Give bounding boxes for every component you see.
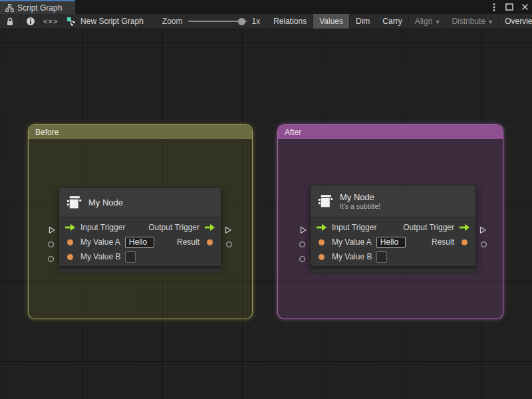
zoom-label: Zoom <box>162 17 183 26</box>
ext-input-trigger-port[interactable] <box>299 226 307 234</box>
node-after-footer <box>310 268 476 273</box>
value-b-label: My Value B <box>332 252 372 261</box>
output-trigger-label: Output Trigger <box>148 223 200 232</box>
lock-button[interactable] <box>0 14 21 29</box>
value-b-label: My Value B <box>80 252 120 261</box>
window-controls <box>489 0 529 14</box>
info-button[interactable] <box>21 14 41 29</box>
close-icon[interactable] <box>520 3 529 12</box>
output-trigger-label: Output Trigger <box>403 223 454 232</box>
dim-button[interactable]: Dim <box>350 14 376 29</box>
value-a-input[interactable] <box>376 237 406 248</box>
menu-kebab-icon[interactable] <box>489 3 499 12</box>
group-before-header[interactable]: Before <box>29 125 252 139</box>
value-b-port-icon[interactable] <box>67 254 73 260</box>
ext-output-trigger-port[interactable] <box>479 226 487 234</box>
ext-value-b-port[interactable] <box>48 256 54 262</box>
ext-value-a-port[interactable] <box>48 241 54 247</box>
graph-hierarchy-icon <box>5 4 14 12</box>
graph-name-label: New Script Graph <box>80 17 144 26</box>
ext-result-port[interactable] <box>226 241 232 247</box>
relations-button[interactable]: Relations <box>267 14 313 29</box>
value-a-label: My Value A <box>80 237 120 247</box>
group-after-header[interactable]: After <box>278 125 503 139</box>
overview-button[interactable]: Overview <box>499 14 532 29</box>
node-title: My Node <box>340 192 380 202</box>
zoom-value: 1x <box>252 17 261 26</box>
tab-bar: Script Graph <box>0 0 532 14</box>
zoom-control: Zoom 1x <box>150 14 267 29</box>
zoom-slider-knob[interactable] <box>238 18 245 25</box>
result-label: Result <box>432 237 454 247</box>
distribute-dropdown[interactable]: Distribute <box>446 14 499 29</box>
ext-output-trigger-port[interactable] <box>224 226 232 234</box>
ext-value-b-port[interactable] <box>299 256 305 262</box>
trigger-row: Input Trigger Output Trigger <box>59 220 221 235</box>
info-icon <box>26 17 35 26</box>
output-trigger-port-icon[interactable] <box>204 223 215 231</box>
ext-input-trigger-port[interactable] <box>48 226 56 234</box>
value-a-row: My Value A Result <box>59 235 221 249</box>
value-b-input[interactable] <box>125 251 136 263</box>
graph-canvas[interactable]: Before After <box>0 29 532 399</box>
node-title: My Node <box>88 198 123 207</box>
node-after[interactable]: My Node It's a subtitle! Input Trigger <box>310 185 476 267</box>
value-a-label: My Value A <box>332 237 372 247</box>
node-icon <box>66 194 82 211</box>
tab-title: Script Graph <box>17 3 62 13</box>
node-before-header[interactable]: My Node <box>59 188 221 217</box>
value-a-input[interactable] <box>125 237 154 248</box>
node-subtitle: It's a subtitle! <box>340 202 380 211</box>
result-port-icon[interactable] <box>207 239 213 245</box>
node-before-footer <box>59 268 221 273</box>
script-graph-asset-icon <box>66 17 76 27</box>
toolbar-right-buttons: Relations Values Dim Carry Align Distrib… <box>267 14 532 29</box>
result-port-icon[interactable] <box>462 239 467 245</box>
node-before-body: Input Trigger Output Trigger <box>59 217 221 266</box>
node-after-header[interactable]: My Node It's a subtitle! <box>311 186 475 217</box>
value-b-row: My Value B <box>59 249 221 264</box>
trigger-row: Input Trigger Output Trigger <box>311 220 475 235</box>
align-dropdown[interactable]: Align <box>409 14 446 29</box>
value-a-port-icon[interactable] <box>319 239 325 245</box>
input-trigger-port-icon[interactable] <box>316 223 327 231</box>
group-after-title: After <box>285 128 301 137</box>
script-graph-window: Script Graph <box>0 0 532 399</box>
ext-value-a-port[interactable] <box>299 241 305 247</box>
node-icon <box>317 193 334 209</box>
maximize-icon[interactable] <box>505 3 514 12</box>
value-a-port-icon[interactable] <box>67 239 73 245</box>
graph-name-button[interactable]: New Script Graph <box>61 14 150 29</box>
values-button[interactable]: Values <box>313 14 350 29</box>
zoom-slider[interactable] <box>188 17 247 25</box>
ext-result-port[interactable] <box>481 241 487 247</box>
value-a-row: My Value A Result <box>311 235 475 249</box>
graph-toolbar: <×> New Script Graph Zoom 1x Rela <box>0 14 532 29</box>
value-b-input[interactable] <box>376 251 387 263</box>
input-trigger-port-icon[interactable] <box>65 223 76 231</box>
value-b-row: My Value B <box>311 249 475 264</box>
code-icon: <×> <box>43 17 58 25</box>
input-trigger-label: Input Trigger <box>80 223 125 232</box>
node-after-body: Input Trigger Output Trigger <box>311 217 475 266</box>
lock-icon <box>6 17 14 26</box>
value-b-port-icon[interactable] <box>319 254 325 260</box>
node-before[interactable]: My Node Input Trigger <box>59 188 221 267</box>
output-trigger-port-icon[interactable] <box>459 223 470 231</box>
tab-script-graph[interactable]: Script Graph <box>0 0 75 14</box>
code-view-button[interactable]: <×> <box>41 14 61 29</box>
input-trigger-label: Input Trigger <box>332 223 376 232</box>
result-label: Result <box>177 237 200 247</box>
carry-button[interactable]: Carry <box>376 14 408 29</box>
group-before-title: Before <box>35 128 59 137</box>
